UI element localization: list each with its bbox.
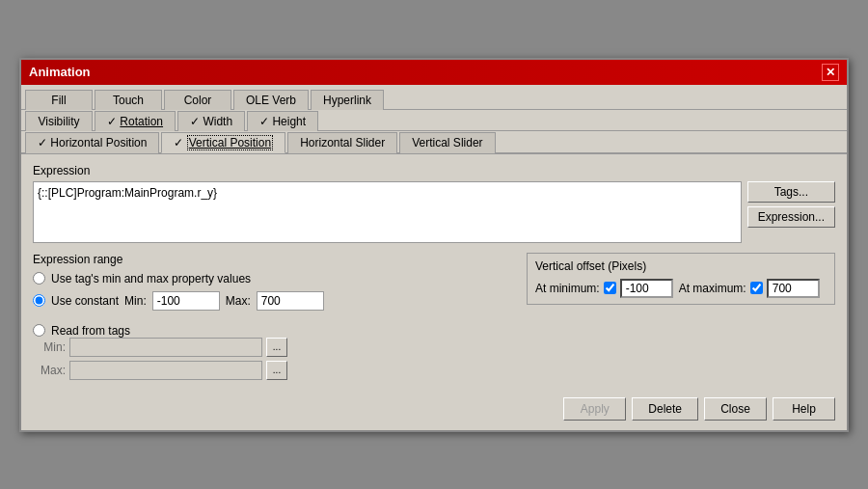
- tab-horizontal-slider[interactable]: Horizontal Slider: [287, 132, 397, 153]
- at-minimum-item: At minimum:: [535, 279, 673, 298]
- expression-button[interactable]: Expression...: [747, 206, 835, 228]
- min-label: Min:: [124, 294, 147, 308]
- tab-ole-verb[interactable]: OLE Verb: [233, 90, 309, 110]
- tab-vertical-slider[interactable]: Vertical Slider: [399, 132, 495, 153]
- use-constant-radio[interactable]: [33, 294, 45, 307]
- at-minimum-input[interactable]: [620, 279, 673, 298]
- use-tag-min-max-radio[interactable]: [33, 272, 45, 285]
- tag-max-browse-button[interactable]: ...: [266, 361, 287, 380]
- at-maximum-input[interactable]: [767, 279, 820, 298]
- min-input[interactable]: [152, 291, 220, 311]
- at-maximum-item: At maximum:: [679, 279, 820, 298]
- bottom-buttons: Apply Delete Close Help: [33, 397, 835, 421]
- delete-button[interactable]: Delete: [632, 397, 698, 421]
- tag-min-row: Min: ...: [39, 338, 507, 357]
- tab-hyperlink[interactable]: Hyperlink: [311, 90, 384, 110]
- right-panel: Vertical offset (Pixels) At minimum: At …: [527, 253, 835, 384]
- two-panel: Expression range Use tag's min and max p…: [33, 253, 835, 384]
- expression-input[interactable]: [33, 181, 742, 243]
- tab-fill[interactable]: Fill: [25, 90, 93, 110]
- tab-row-2: Visibility ✓ Rotation ✓ Width ✓ Height: [21, 110, 847, 131]
- expression-box: Tags... Expression...: [33, 181, 835, 243]
- content-area: Expression Tags... Expression... Express…: [21, 154, 847, 430]
- animation-dialog: Animation ✕ Fill Touch Color OLE Verb Hy…: [19, 58, 849, 432]
- vertical-offset-section: Vertical offset (Pixels) At minimum: At …: [527, 253, 835, 305]
- tab-touch[interactable]: Touch: [95, 90, 162, 110]
- tab-visibility[interactable]: Visibility: [25, 111, 93, 131]
- tag-max-input[interactable]: [69, 361, 262, 380]
- expression-label: Expression: [33, 164, 835, 177]
- max-label: Max:: [226, 294, 251, 308]
- left-panel: Expression range Use tag's min and max p…: [33, 253, 507, 384]
- tab-height[interactable]: ✓ Height: [247, 111, 318, 131]
- tag-max-row: Max: ...: [39, 361, 507, 380]
- read-from-tags-label: Read from tags: [51, 324, 130, 338]
- tag-max-label: Max:: [39, 364, 66, 377]
- tags-button[interactable]: Tags...: [747, 181, 835, 203]
- at-minimum-checkbox[interactable]: [604, 282, 616, 294]
- close-button[interactable]: ✕: [822, 64, 839, 81]
- vertical-offset-row: At minimum: At maximum:: [535, 279, 827, 298]
- tab-width[interactable]: ✓ Width: [177, 111, 245, 131]
- tag-min-browse-button[interactable]: ...: [266, 338, 287, 357]
- close-button[interactable]: Close: [704, 397, 767, 421]
- at-maximum-checkbox[interactable]: [750, 282, 763, 294]
- tab-row-1: Fill Touch Color OLE Verb Hyperlink: [21, 85, 847, 110]
- at-maximum-label: At maximum:: [679, 282, 746, 295]
- tab-rotation[interactable]: ✓ Rotation: [95, 111, 176, 131]
- max-input[interactable]: [257, 291, 324, 311]
- title-bar: Animation ✕: [21, 60, 847, 85]
- help-button[interactable]: Help: [773, 397, 835, 421]
- read-from-tags-row: Read from tags: [33, 324, 507, 338]
- use-tag-min-max-label: Use tag's min and max property values: [51, 272, 251, 285]
- vertical-offset-label: Vertical offset (Pixels): [535, 259, 827, 273]
- tag-min-label: Min:: [39, 340, 66, 354]
- use-constant-label: Use constant: [51, 294, 119, 308]
- tab-horizontal-position[interactable]: ✓ Horizontal Position: [25, 132, 159, 153]
- read-from-tags-radio[interactable]: [33, 324, 45, 337]
- use-constant-row: Use constant Min: Max:: [33, 291, 507, 311]
- at-minimum-label: At minimum:: [535, 282, 600, 295]
- use-tag-min-max-row: Use tag's min and max property values: [33, 272, 507, 285]
- tag-min-input[interactable]: [69, 338, 262, 357]
- expression-range-label: Expression range: [33, 253, 507, 266]
- apply-button[interactable]: Apply: [563, 397, 626, 421]
- tag-inputs: Min: ... Max: ...: [39, 338, 507, 380]
- tab-color[interactable]: Color: [164, 90, 231, 110]
- tab-vertical-position[interactable]: ✓ Vertical Position: [161, 132, 285, 153]
- dialog-title: Animation: [29, 65, 91, 79]
- tab-row-3: ✓ Horizontal Position ✓ Vertical Positio…: [21, 131, 847, 154]
- expression-buttons: Tags... Expression...: [747, 181, 835, 243]
